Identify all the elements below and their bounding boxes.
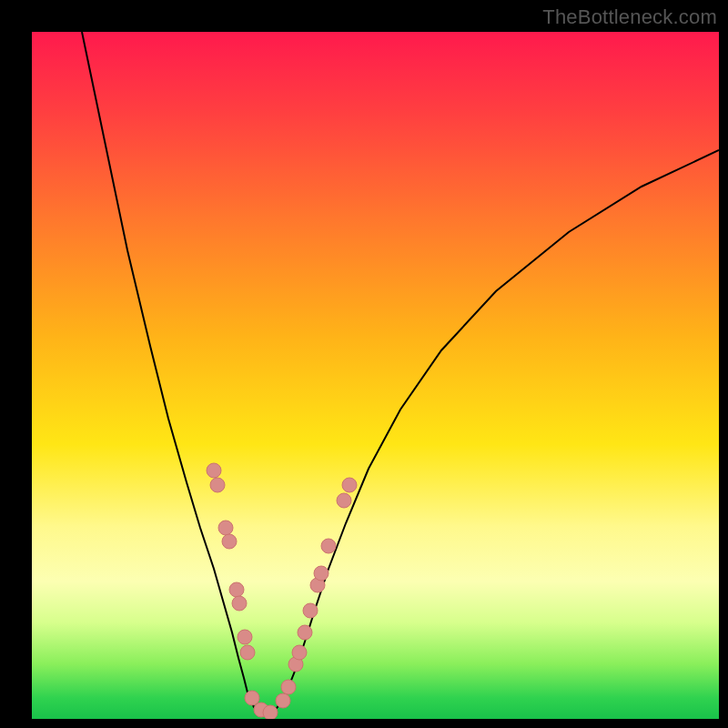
curve-layer bbox=[32, 32, 719, 719]
data-dot bbox=[207, 463, 221, 478]
data-dot bbox=[218, 521, 233, 535]
data-dots bbox=[207, 463, 357, 719]
data-dot bbox=[245, 691, 259, 705]
data-dot bbox=[292, 645, 307, 660]
data-dot bbox=[337, 493, 351, 508]
data-dot bbox=[210, 478, 225, 492]
data-dot bbox=[240, 645, 255, 660]
data-dot bbox=[276, 693, 290, 708]
data-dot bbox=[314, 566, 329, 581]
data-dot bbox=[298, 625, 312, 640]
right-curve bbox=[270, 150, 719, 714]
chart-frame: TheBottleneck.com bbox=[0, 0, 728, 728]
data-dot bbox=[342, 478, 357, 492]
data-dot bbox=[321, 539, 336, 553]
plot-area bbox=[32, 32, 719, 719]
data-dot bbox=[232, 596, 247, 611]
data-dot bbox=[222, 534, 237, 549]
watermark-text: TheBottleneck.com bbox=[542, 5, 717, 29]
data-dot bbox=[303, 603, 318, 618]
data-dot bbox=[281, 680, 296, 694]
data-dot bbox=[263, 705, 278, 719]
left-curve bbox=[82, 32, 261, 714]
data-dot bbox=[238, 630, 252, 644]
data-dot bbox=[229, 582, 244, 597]
